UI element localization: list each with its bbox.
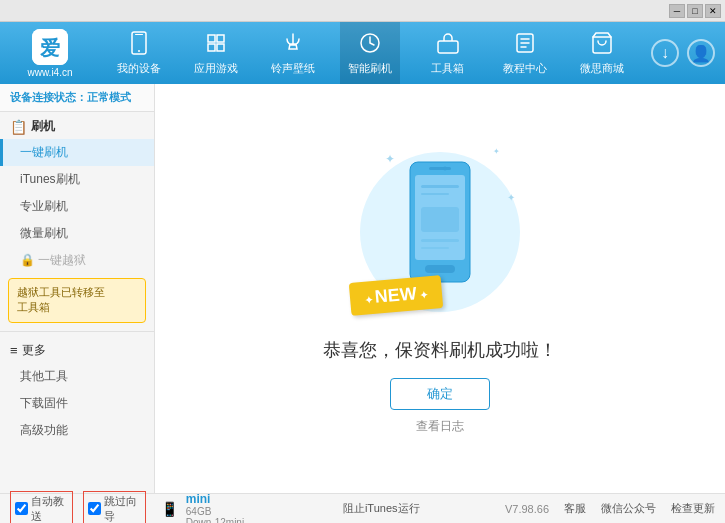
bottom-right: V7.98.66 客服 微信公众号 检查更新	[505, 501, 715, 516]
nav-item-my-device[interactable]: 我的设备	[109, 22, 169, 84]
sidebar-note: 越狱工具已转移至工具箱	[8, 278, 146, 323]
mall-label: 微思商城	[580, 61, 624, 76]
ringtone-icon	[281, 31, 305, 59]
status-value: 正常模式	[87, 91, 131, 103]
status-label: 设备连接状态：	[10, 91, 87, 103]
auto-jump-input[interactable]	[15, 502, 28, 515]
sidebar-item-advanced[interactable]: 高级功能	[0, 417, 154, 444]
svg-point-4	[138, 50, 140, 52]
sidebar-item-onekey-flash[interactable]: 一键刷机	[0, 139, 154, 166]
sparkle-3: ✦	[507, 192, 515, 203]
main-layout: 设备连接状态：正常模式 📋 刷机 一键刷机 iTunes刷机 专业刷机 微量刷机…	[0, 84, 725, 493]
phone-illustration: ✦ ✦ ✦	[360, 142, 520, 322]
sparkle-1: ✦	[385, 152, 395, 166]
wechat-public-link[interactable]: 微信公众号	[601, 501, 656, 516]
logo-url: www.i4.cn	[27, 67, 72, 78]
sidebar-disabled-jailbreak: 🔒 一键越狱	[0, 247, 154, 274]
skip-wizard-input[interactable]	[88, 502, 101, 515]
device-storage: 64GB	[186, 506, 258, 517]
content-area: ✦ ✦ ✦	[155, 84, 725, 493]
nav-item-ringtone[interactable]: 铃声壁纸	[263, 22, 323, 84]
svg-rect-6	[438, 41, 458, 53]
svg-rect-16	[421, 239, 459, 242]
device-system: Down-12mini-13,1	[186, 517, 258, 523]
more-section-label: 更多	[22, 342, 46, 359]
svg-rect-3	[135, 34, 143, 35]
auto-jump-label: 自动教送	[31, 494, 68, 524]
flash-section-header: 📋 刷机	[0, 112, 154, 139]
svg-rect-17	[421, 247, 449, 249]
sidebar-item-download-firmware[interactable]: 下载固件	[0, 390, 154, 417]
success-card: ✦ ✦ ✦	[303, 122, 577, 455]
check-update-link[interactable]: 检查更新	[671, 501, 715, 516]
nav-items: 我的设备 应用游戏 铃声壁纸 智能刷机 工具箱	[100, 22, 641, 84]
apps-games-icon	[204, 31, 228, 59]
device-phone-icon: 📱	[161, 501, 178, 517]
sidebar-item-save-flash[interactable]: 微量刷机	[0, 220, 154, 247]
sidebar-item-itunes-flash[interactable]: iTunes刷机	[0, 166, 154, 193]
nav-item-tutorial[interactable]: 教程中心	[495, 22, 555, 84]
skip-wizard-label: 跳过向导	[104, 494, 141, 524]
svg-rect-10	[425, 265, 455, 273]
more-section-header: ≡ 更多	[0, 336, 154, 363]
my-device-label: 我的设备	[117, 61, 161, 76]
nav-bar: 爱 www.i4.cn 我的设备 应用游戏 铃声壁纸	[0, 22, 725, 84]
tutorial-label: 教程中心	[503, 61, 547, 76]
more-section-icon: ≡	[10, 343, 18, 358]
nav-item-smart-flash[interactable]: 智能刷机	[340, 22, 400, 84]
minimize-button[interactable]: ─	[669, 4, 685, 18]
tutorial-icon	[513, 31, 537, 59]
apps-games-label: 应用游戏	[194, 61, 238, 76]
version-text: V7.98.66	[505, 503, 549, 515]
nav-right-buttons: ↓ 👤	[651, 39, 715, 67]
svg-rect-13	[421, 185, 459, 188]
maximize-button[interactable]: □	[687, 4, 703, 18]
nav-item-toolbox[interactable]: 工具箱	[418, 22, 478, 84]
sparkle-2: ✦	[493, 147, 500, 156]
svg-point-12	[443, 167, 447, 171]
auto-jump-checkbox[interactable]: 自动教送	[10, 491, 73, 524]
bottom-center: 阻止iTunes运行	[257, 501, 504, 516]
mall-icon	[590, 31, 614, 59]
sidebar: 设备连接状态：正常模式 📋 刷机 一键刷机 iTunes刷机 专业刷机 微量刷机…	[0, 84, 155, 493]
svg-rect-15	[421, 207, 459, 232]
user-button[interactable]: 👤	[687, 39, 715, 67]
status-bar: 设备连接状态：正常模式	[0, 84, 154, 112]
smart-flash-icon	[358, 31, 382, 59]
toolbox-icon	[436, 31, 460, 59]
phone-svg	[405, 157, 475, 290]
close-button[interactable]: ✕	[705, 4, 721, 18]
success-title: 恭喜您，保资料刷机成功啦！	[323, 338, 557, 362]
svg-text:爱: 爱	[40, 37, 60, 59]
ringtone-label: 铃声壁纸	[271, 61, 315, 76]
sidebar-divider	[0, 331, 154, 332]
download-button[interactable]: ↓	[651, 39, 679, 67]
secondary-link[interactable]: 查看日志	[416, 418, 464, 435]
stop-itunes-button[interactable]: 阻止iTunes运行	[343, 501, 420, 516]
sidebar-item-other-tools[interactable]: 其他工具	[0, 363, 154, 390]
customer-service-link[interactable]: 客服	[564, 501, 586, 516]
bottom-bar: 自动教送 跳过向导 📱 iPhone 12 mini 64GB Down-12m…	[0, 493, 725, 523]
flash-section-icon: 📋	[10, 119, 27, 135]
nav-item-apps-games[interactable]: 应用游戏	[186, 22, 246, 84]
toolbox-label: 工具箱	[431, 61, 464, 76]
my-device-icon	[127, 31, 151, 59]
svg-rect-11	[429, 167, 451, 170]
svg-rect-14	[421, 193, 449, 195]
confirm-button[interactable]: 确定	[390, 378, 490, 410]
skip-wizard-checkbox[interactable]: 跳过向导	[83, 491, 146, 524]
sidebar-item-pro-flash[interactable]: 专业刷机	[0, 193, 154, 220]
logo-icon: 爱	[32, 29, 68, 65]
app-logo: 爱 www.i4.cn	[10, 29, 90, 78]
title-bar: ─ □ ✕	[0, 0, 725, 22]
smart-flash-label: 智能刷机	[348, 61, 392, 76]
flash-section-label: 刷机	[31, 118, 55, 135]
nav-item-mall[interactable]: 微思商城	[572, 22, 632, 84]
